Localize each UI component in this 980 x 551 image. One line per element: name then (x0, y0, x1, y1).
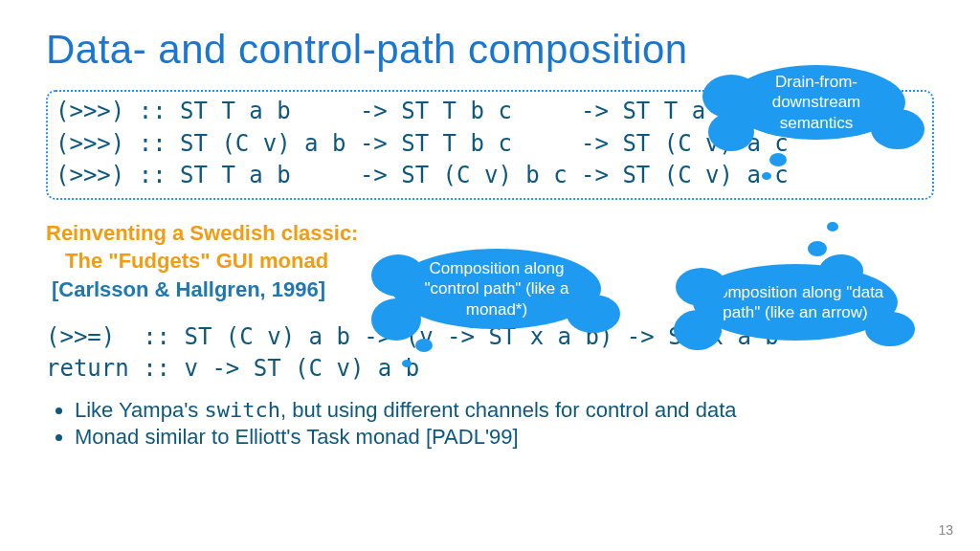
bullet-list: Like Yampa's switch, but using different… (46, 397, 934, 451)
bullet-1-pre: Like Yampa's (75, 398, 204, 422)
page-number: 13 (938, 522, 953, 538)
callout-drain-semantics: Drain-from-downstream semantics (727, 65, 909, 140)
callout-text: Drain-from-downstream semantics (741, 72, 892, 133)
bullet-1-code: switch (204, 398, 279, 422)
callout-control-path: Composition along "control path" (like a… (392, 249, 603, 329)
callout-data-path: Composition along "data path" (like an a… (693, 264, 902, 341)
slide: Data- and control-path composition (>>>)… (0, 0, 980, 551)
bullet-1: Like Yampa's switch, but using different… (75, 397, 934, 424)
code-line-5: return :: v -> ST (C v) a b (46, 353, 934, 386)
callout-text: Composition along "data path" (like an a… (706, 282, 884, 323)
bullet-1-post: , but using different channels for contr… (280, 398, 737, 422)
bullet-2: Monad similar to Elliott's Task monad [P… (75, 424, 934, 451)
orange-line-1: Reinventing a Swedish classic: (46, 219, 934, 248)
callout-text: Composition along "control path" (like a… (406, 258, 588, 320)
code-line-3: (>>>) :: ST T a b -> ST (C v) b c -> ST … (56, 160, 924, 192)
